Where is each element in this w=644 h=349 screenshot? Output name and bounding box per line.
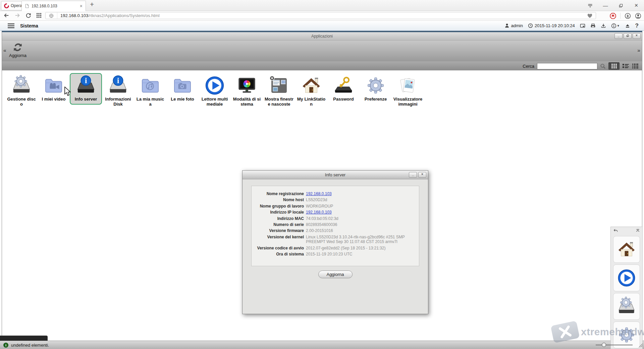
svg-text:i: i — [117, 76, 119, 85]
forward-icon[interactable] — [14, 12, 20, 18]
app-item-lettore-multimediale[interactable]: Lettore multimediale — [199, 73, 231, 109]
site-badge-icon[interactable] — [46, 12, 57, 19]
dialog-minimize-icon[interactable]: _ — [409, 172, 417, 178]
app-label-gestione-disco: Gestione disco — [6, 96, 37, 107]
search-input[interactable] — [537, 63, 597, 69]
tab-close-icon[interactable]: × — [80, 4, 83, 8]
dock-tile-drive-gear[interactable] — [613, 293, 640, 320]
app-item-gestione-disco[interactable]: Gestione disco — [5, 73, 38, 109]
app-label-my-linkstation: My LinkStation — [296, 96, 327, 107]
browser-address-bar: 192.168.0.103/rtknas2/Applications/Syste… — [0, 11, 644, 21]
new-tab-button[interactable]: + — [90, 0, 94, 8]
app-label-password: Password — [328, 96, 359, 102]
window-close-icon[interactable]: × — [633, 33, 641, 39]
clock-datetime: 2015-11-19 20:10:24 — [535, 23, 575, 28]
app-item-le-mie-foto[interactable]: Le mie foto — [166, 73, 199, 105]
app-item-preferenze[interactable]: Preferenze — [360, 73, 392, 105]
close-icon[interactable]: × — [629, 0, 644, 11]
watermark: xtremehardware.com — [552, 323, 644, 341]
toolbar-collapse-left-icon[interactable]: « — [3, 48, 6, 54]
window-restore-icon[interactable] — [624, 33, 632, 39]
bookmark-heart-icon[interactable] — [587, 13, 596, 18]
nas-menu-title[interactable]: Sistema — [20, 23, 38, 28]
download-tray-icon[interactable] — [601, 23, 606, 28]
app-item-visualizzatore-immagini[interactable]: Visualizzatore immagini — [392, 73, 424, 109]
nas-tray: admin 2015-11-19 20:10:24 ▼? — [504, 22, 644, 29]
clock-icon — [528, 23, 533, 28]
eject-icon[interactable] — [625, 23, 630, 28]
resize-grip[interactable] — [638, 343, 643, 348]
mouse-cursor — [64, 86, 71, 97]
window-minimize-icon[interactable]: _ — [614, 33, 623, 39]
dialog-row-label: Versione codice di avvio — [252, 246, 304, 250]
search-icon[interactable] — [600, 63, 606, 69]
adblock-badge-icon[interactable] — [610, 13, 616, 19]
minimize-icon[interactable]: — — [598, 0, 613, 11]
house-icon — [296, 75, 327, 96]
dialog-row-label: Nome registrazione — [252, 191, 304, 196]
applications-window-title: Applicazioni — [311, 34, 333, 39]
menu-hamburger-icon[interactable] — [7, 23, 15, 28]
dock-header — [611, 227, 642, 234]
profile-icon[interactable] — [635, 13, 641, 19]
detail-view-button[interactable] — [632, 63, 639, 69]
url-field[interactable]: 192.168.0.103/rtknas2/Applications/Syste… — [45, 12, 596, 19]
restore-icon[interactable] — [613, 0, 629, 11]
browser-tab-bar: Opera 192.168.0.103 × + — × — [0, 0, 644, 11]
browser-tab[interactable]: 192.168.0.103 × — [21, 1, 86, 11]
dock-collapse-icon[interactable] — [636, 228, 640, 233]
app-item-mostra-finestre-nascoste[interactable]: Mostra finestre nascoste — [263, 73, 295, 109]
dialog-value-link[interactable]: 192.168.0.103 — [306, 210, 332, 215]
app-label-i-miei-video: I miei video — [38, 96, 69, 102]
dialog-row-value: 192.168.0.103 — [306, 210, 416, 215]
dock-undo-icon[interactable] — [613, 228, 618, 233]
toolbar-divider — [620, 13, 621, 19]
tray-icon-group: ▼? — [580, 22, 639, 29]
dock-tile-play-circle[interactable] — [613, 265, 640, 291]
dialog-value-link[interactable]: 192.168.0.103 — [306, 191, 332, 196]
app-item-my-linkstation[interactable]: My LinkStation — [295, 73, 327, 109]
user-icon — [504, 23, 509, 28]
app-item-informazioni-disk[interactable]: i Informazioni Disk — [102, 73, 134, 109]
monitor-color-icon — [231, 75, 262, 96]
nas-menu-bar: Sistema admin 2015-11-19 20:10:24 ▼? — [0, 21, 644, 31]
dialog-row-value: WORKGROUP — [306, 204, 416, 209]
toolbar-overflow-icon[interactable]: » — [637, 48, 640, 54]
remote-display-icon[interactable] — [580, 23, 585, 28]
page-icon — [25, 4, 29, 8]
tab-title: 192.168.0.103 — [32, 4, 57, 8]
back-icon[interactable] — [3, 12, 9, 18]
zoom-slider-knob[interactable] — [602, 343, 606, 347]
downloads-icon[interactable] — [625, 13, 631, 19]
app-item-password[interactable]: Password — [327, 73, 360, 105]
device-icon[interactable] — [590, 23, 596, 28]
help-icon[interactable]: ? — [635, 22, 639, 29]
app-item-modalit-di-sistema[interactable]: Modalità di sistema — [231, 73, 263, 109]
system-clock[interactable]: 2015-11-19 20:10:24 — [528, 23, 575, 28]
app-item-la-mia-musica[interactable]: La mia musica — [134, 73, 166, 109]
user-name: admin — [511, 23, 523, 28]
info-menu-icon[interactable]: ▼ — [611, 23, 620, 28]
url-text: 192.168.0.103/rtknas2/Applications/Syste… — [57, 13, 160, 18]
dialog-refresh-button[interactable]: Aggiorna — [318, 271, 353, 278]
refresh-button[interactable]: Aggiorna — [7, 42, 29, 58]
grid-view-button[interactable] — [608, 62, 620, 70]
opera-tab-menu-icon[interactable] — [582, 0, 598, 11]
zoom-slider[interactable] — [593, 341, 635, 349]
dialog-titlebar[interactable]: Info server _ × — [243, 171, 428, 179]
reload-icon[interactable] — [25, 13, 31, 18]
dialog-title: Info server — [325, 172, 345, 177]
applications-window-buttons: _ × — [614, 33, 641, 39]
applications-window-titlebar[interactable]: Applicazioni _ × — [2, 32, 642, 41]
zoom-slider-track[interactable] — [596, 345, 633, 345]
app-item-info-server[interactable]: i Info server — [70, 73, 102, 105]
dialog-close-icon[interactable]: × — [418, 172, 426, 178]
dialog-row-value: LS520D23d — [306, 197, 416, 202]
logged-user[interactable]: admin — [504, 23, 523, 28]
play-circle-icon — [617, 268, 636, 288]
speed-dial-icon[interactable] — [36, 13, 42, 18]
list-view-button[interactable] — [622, 63, 629, 69]
dock-tile-house[interactable] — [613, 236, 640, 263]
dialog-row-value: 192.168.0.103 — [306, 191, 416, 196]
play-circle-icon — [199, 75, 230, 96]
